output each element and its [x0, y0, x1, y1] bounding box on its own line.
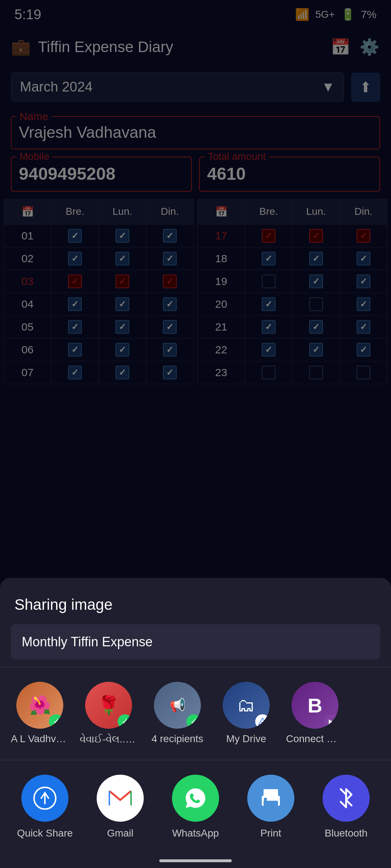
bluetooth-label: Bluetooth: [325, 827, 367, 839]
sheet-title: Sharing image: [0, 589, 391, 624]
sharing-sheet: Sharing image Monthly Tiffin Expense 🌺 ✓…: [0, 578, 391, 868]
drive-badge: [255, 714, 270, 729]
quick-share-label: Quick Share: [17, 827, 73, 839]
contact-item-1[interactable]: 🌺 ✓ A L Vadhvana p...: [11, 682, 69, 745]
contact-name-1: A L Vadhvana p...: [11, 733, 69, 745]
whatsapp-badge-1: ✓: [49, 714, 63, 729]
sheet-divider: [0, 667, 391, 667]
app-item-quick-share[interactable]: Quick Share: [11, 775, 79, 839]
app-item-whatsapp[interactable]: WhatsApp: [161, 775, 230, 839]
home-indicator: [159, 859, 232, 862]
gmail-icon: [97, 775, 144, 822]
contact-name-4: My Drive: [226, 733, 266, 745]
svg-rect-11: [264, 801, 278, 806]
bluetooth-icon: [323, 775, 370, 822]
print-label: Print: [260, 827, 281, 839]
quick-share-icon: [21, 775, 68, 822]
contact-name-5: Connect with Bhabhi on...: [286, 733, 344, 745]
svg-rect-12: [264, 798, 267, 801]
app-item-print[interactable]: Print: [237, 775, 305, 839]
whatsapp-icon: [172, 775, 219, 822]
contact-name-2: વેવાઈ-વેલ... 🌹...: [80, 733, 138, 745]
svg-rect-9: [264, 789, 278, 796]
sheet-input-field[interactable]: Monthly Tiffin Expense: [11, 624, 380, 660]
app-grid: Quick Share Gmail: [0, 767, 391, 846]
contact-item-5[interactable]: B ▶ Connect with Bhabhi on...: [286, 682, 344, 745]
whatsapp-label: WhatsApp: [172, 827, 219, 839]
contact-item-4[interactable]: 🗂 My Drive: [217, 682, 275, 745]
sheet-input-value: Monthly Tiffin Expense: [22, 634, 153, 649]
whatsapp-badge-3: ✓: [186, 714, 201, 729]
svg-marker-0: [259, 718, 266, 724]
contact-name-3: 4 recipients: [151, 733, 203, 745]
gmail-label: Gmail: [107, 827, 133, 839]
app-item-bluetooth[interactable]: Bluetooth: [312, 775, 380, 839]
bhabhi-badge: ▶: [324, 714, 339, 729]
print-icon: [247, 775, 294, 822]
sheet-divider-2: [0, 760, 391, 760]
recent-contacts: 🌺 ✓ A L Vadhvana p... 🌹 ✓ વેવાઈ-વેલ... 🌹…: [0, 675, 391, 753]
whatsapp-badge-2: ✓: [118, 714, 132, 729]
contact-item-3[interactable]: 📢 ✓ 4 recipients: [148, 682, 206, 745]
contact-item-2[interactable]: 🌹 ✓ વેવાઈ-વેલ... 🌹...: [80, 682, 138, 745]
app-item-gmail[interactable]: Gmail: [86, 775, 154, 839]
